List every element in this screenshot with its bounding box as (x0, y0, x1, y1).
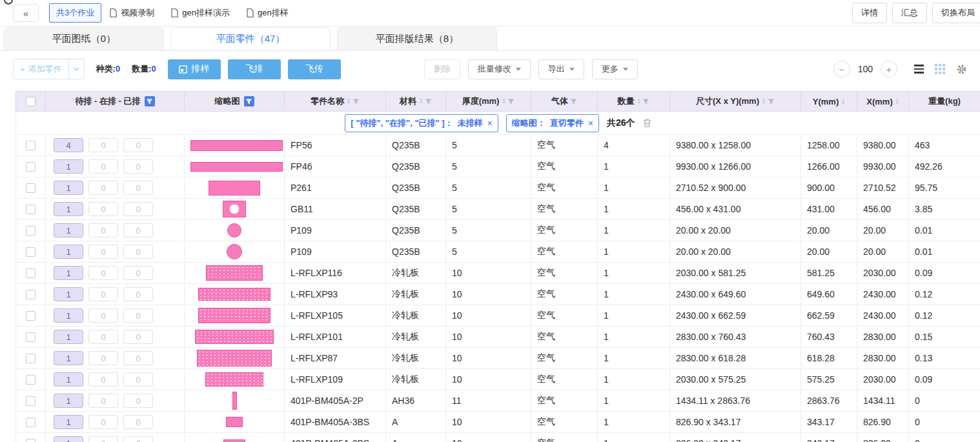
part-thumbnail[interactable] (198, 288, 271, 301)
nested-count-box[interactable]: 0 (123, 266, 153, 280)
nesting-count-box[interactable]: 0 (88, 245, 118, 259)
chip-remove-icon[interactable]: × (487, 118, 493, 128)
row-checkbox[interactable] (26, 205, 36, 214)
nesting-count-box[interactable]: 0 (88, 202, 118, 216)
add-part-button[interactable]: + 添加零件 (13, 59, 85, 79)
nested-count-box[interactable]: 0 (123, 372, 153, 387)
zoom-in-button[interactable]: + (881, 61, 897, 77)
nested-count-box[interactable]: 0 (123, 223, 153, 237)
sort-icon[interactable]: ▲▼ (502, 98, 505, 105)
table-row[interactable]: 100L-RFLXP93冷轧板10空气12430.00 x 649.60649.… (16, 284, 980, 305)
nested-count-box[interactable]: 0 (123, 181, 153, 195)
nested-count-box[interactable]: 0 (123, 394, 153, 408)
row-checkbox[interactable] (26, 268, 36, 278)
nested-count-box[interactable]: 0 (123, 159, 153, 174)
nesting-count-box[interactable]: 0 (88, 223, 118, 237)
sort-icon[interactable]: ▲▼ (841, 99, 845, 105)
nesting-count-box[interactable]: 0 (88, 415, 118, 429)
pending-count-box[interactable]: 1 (54, 266, 83, 280)
part-thumbnail[interactable] (205, 372, 263, 387)
jobs-tab[interactable]: 共3个作业 (49, 3, 101, 23)
table-row[interactable]: 100P109Q235B5空气120.00 x 20.0020.0020.000… (16, 241, 980, 263)
collapse-sidebar-button[interactable]: « (13, 4, 39, 22)
part-thumbnail[interactable] (198, 308, 271, 323)
part-thumbnail[interactable] (223, 201, 246, 217)
column-header[interactable]: 数量▲▼ (598, 92, 670, 112)
settings-gear-icon[interactable] (956, 64, 967, 75)
part-thumbnail[interactable] (209, 181, 260, 196)
part-thumbnail[interactable] (197, 350, 272, 367)
zoom-out-button[interactable]: − (833, 61, 850, 77)
chip-remove-icon[interactable]: × (588, 118, 593, 128)
part-thumbnail[interactable] (227, 244, 242, 259)
column-header[interactable]: 零件名称▲▼ (285, 92, 386, 112)
table-row[interactable]: 100401P-BM405A-2BSA10空气1826.90 x 343.173… (16, 433, 980, 442)
row-checkbox[interactable] (26, 226, 36, 236)
filter-funnel-icon[interactable] (425, 98, 432, 105)
fly-nest-button[interactable]: 飞排 (228, 59, 281, 79)
part-thumbnail[interactable] (206, 265, 263, 281)
row-checkbox[interactable] (26, 162, 36, 172)
column-header[interactable]: Y(mm)▲▼ (801, 92, 857, 112)
file-tab-1[interactable]: 视频录制 (101, 0, 163, 26)
row-checkbox[interactable] (26, 439, 36, 442)
table-row[interactable]: 100L-RFLXP105冷轧板10空气12430.00 x 662.59662… (16, 305, 980, 326)
grid-view-icon[interactable] (935, 64, 945, 74)
nesting-count-box[interactable]: 0 (88, 351, 118, 365)
part-thumbnail[interactable] (223, 439, 245, 442)
batch-edit-button[interactable]: 批量修改 (468, 59, 531, 79)
row-checkbox[interactable] (26, 417, 36, 427)
add-part-dropdown-arrow[interactable] (68, 59, 84, 79)
sort-icon[interactable]: ▲▼ (895, 99, 899, 105)
pending-count-box[interactable]: 1 (54, 202, 83, 216)
nesting-count-box[interactable]: 0 (88, 159, 118, 174)
table-row[interactable]: 100P261Q235B5空气12710.52 x 900.00900.0027… (16, 177, 980, 199)
select-all-checkbox[interactable] (26, 97, 36, 106)
list-view-icon[interactable] (914, 65, 924, 74)
part-thumbnail[interactable] (190, 162, 283, 172)
table-row[interactable]: 100L-RFLXP101冷轧板10空气12830.00 x 760.43760… (16, 326, 980, 348)
active-filter-funnel-icon[interactable] (244, 96, 254, 106)
filter-funnel-icon[interactable] (642, 98, 649, 105)
filter-funnel-icon[interactable] (768, 98, 775, 105)
table-row[interactable]: 100L-RFLXP116冷轧板10空气12030.00 x 581.25581… (16, 263, 980, 284)
export-button[interactable]: 导出 (538, 59, 584, 79)
filter-chip-thumbnail[interactable]: 缩略图： 直切零件 × (506, 114, 599, 132)
filter-chip-status[interactable]: [ "待排", "在排", "已排" ]： 未排样 × (345, 114, 498, 132)
part-thumbnail[interactable] (226, 417, 243, 427)
pending-count-box[interactable]: 1 (54, 351, 83, 365)
table-row[interactable]: 100L-RFLXP87冷轧板10空气12830.00 x 618.28618.… (16, 348, 980, 369)
sort-icon[interactable]: ▲▼ (347, 98, 351, 105)
nesting-count-box[interactable]: 0 (88, 308, 118, 323)
row-checkbox[interactable] (26, 183, 36, 193)
pending-count-box[interactable]: 1 (54, 330, 83, 344)
table-row[interactable]: 100401P-BM405A-3BSA10空气1826.90 x 343.173… (16, 412, 980, 433)
sort-icon[interactable]: ▲▼ (419, 98, 423, 105)
nest-button[interactable]: 排样 (168, 59, 221, 79)
table-row[interactable]: 100401P-BM405A-2PAH3611空气11434.11 x 2863… (16, 390, 980, 412)
row-checkbox[interactable] (26, 141, 36, 150)
summary-button[interactable]: 汇总 (892, 3, 927, 23)
filter-funnel-icon[interactable] (352, 98, 360, 105)
fly-send-button[interactable]: 飞传 (288, 59, 341, 79)
row-checkbox[interactable] (26, 290, 36, 299)
pending-count-box[interactable]: 1 (54, 159, 83, 174)
nested-count-box[interactable]: 0 (123, 308, 153, 323)
nested-count-box[interactable]: 0 (123, 436, 153, 442)
pending-count-box[interactable]: 1 (54, 415, 83, 429)
row-checkbox[interactable] (26, 247, 36, 257)
nested-count-box[interactable]: 0 (123, 202, 153, 216)
column-header[interactable]: 缩略图 (185, 92, 285, 112)
sort-icon[interactable]: ▲▼ (637, 98, 641, 105)
sort-icon[interactable]: ▲▼ (762, 98, 766, 105)
pending-count-box[interactable]: 1 (54, 436, 83, 442)
table-row[interactable]: 400FP56Q235B5空气49380.00 x 1258.001258.00… (16, 135, 980, 156)
tab-plane-nesting-results[interactable]: 平面排版结果（8） (337, 27, 497, 50)
nested-count-box[interactable]: 0 (123, 351, 153, 365)
pending-count-box[interactable]: 1 (54, 223, 83, 237)
part-thumbnail[interactable] (195, 330, 274, 344)
nesting-count-box[interactable]: 0 (88, 436, 118, 442)
detail-button[interactable]: 详情 (852, 3, 887, 23)
nested-count-box[interactable]: 0 (123, 330, 153, 344)
tab-plane-parts[interactable]: 平面零件（47） (170, 27, 331, 50)
